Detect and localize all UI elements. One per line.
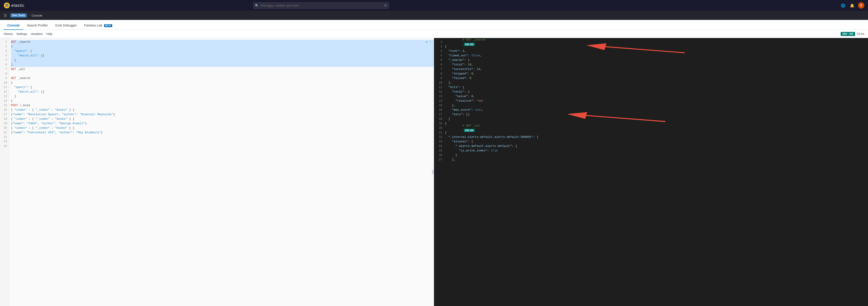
output-line-26: 26 } — [434, 153, 868, 157]
nav-right: 🌐 🔔 E — [840, 2, 864, 9]
editor-panel: 123456 789101112 131415161718 1920212223… — [0, 38, 434, 306]
output-line-10: 10 }, — [434, 81, 868, 85]
code-line-17: {"name": "Revelation Space", "author": "… — [11, 112, 434, 117]
code-line-6: } — [11, 62, 434, 67]
svg-point-3 — [5, 4, 7, 7]
variables-button[interactable]: Variables — [31, 31, 42, 36]
output-line-7: 7 "successful": 14, — [434, 67, 868, 71]
code-line-10: { — [11, 81, 434, 85]
search-icon: 🔍 — [255, 4, 259, 7]
output-line-21: 21 { — [434, 130, 868, 135]
code-line-20: { "index" : { "_index" : "books" } } — [11, 126, 434, 130]
code-line-3: "query": { — [11, 49, 434, 53]
output-line-9: 9 "failed": 0 — [434, 76, 868, 81]
output-line-3: 3 "took": 4, — [434, 49, 868, 53]
tab-console[interactable]: Console — [4, 21, 23, 30]
status-area: 200 - OK 52 ms — [841, 32, 864, 36]
code-line-2: { — [11, 44, 434, 49]
more-icon[interactable]: ⋮ — [429, 40, 432, 44]
code-line-23 — [11, 140, 434, 144]
top-nav: elastic 🔍 ⌘/ 🌐 🔔 E — [0, 0, 868, 11]
search-kbd: ⌘/ — [384, 4, 387, 7]
status-code-badge: 200 - OK — [841, 32, 855, 36]
logo-text: elastic — [11, 3, 25, 8]
elastic-logo[interactable]: elastic — [4, 2, 25, 9]
code-line-16: { "index" : { "_index" : "books" } } — [11, 108, 434, 112]
output-line-22: 22 ".internal.alerts-default.alerts-defa… — [434, 135, 868, 140]
code-line-13: } — [11, 94, 434, 99]
gutter-icons: ▷ ⋮ — [426, 40, 432, 44]
tab-painless-lab[interactable]: Painless Lab BETA — [81, 21, 116, 30]
run-icon[interactable]: ▷ — [426, 40, 428, 44]
beta-badge: BETA — [104, 24, 112, 27]
resize-handle[interactable]: ⋮ — [432, 170, 434, 174]
output-line-12: 12 "total": { — [434, 90, 868, 94]
output-line-1: 1 # GET _search 200 OK — [434, 40, 868, 44]
output-content: 1 # GET _search 200 OK 2 { 3 "took": 4, … — [434, 38, 868, 306]
tab-search-profiler[interactable]: Search Profiler — [23, 21, 52, 30]
global-search: 🔍 ⌘/ — [253, 2, 389, 9]
code-line-11: "query": { — [11, 85, 434, 90]
output-line-8: 8 "skipped": 0, — [434, 71, 868, 76]
globe-icon[interactable]: 🌐 — [840, 2, 846, 9]
code-line-9: GET _search — [11, 76, 434, 81]
line-numbers: 123456 789101112 131415161718 1920212223… — [0, 38, 9, 306]
history-button[interactable]: History — [4, 31, 13, 36]
output-line-11: 11 "hits": { — [434, 85, 868, 90]
output-line-4: 4 "timed_out": false, — [434, 53, 868, 58]
code-line-24 — [11, 144, 434, 149]
code-line-5: } — [11, 58, 434, 62]
code-line-12: "match_all": {} — [11, 90, 434, 94]
output-line-23: 23 "aliases": { — [434, 140, 868, 144]
output-line-2: 2 { — [434, 44, 868, 49]
output-line-25: 25 "is_write_index": true — [434, 149, 868, 153]
output-line-5: 5 "_shards": { — [434, 58, 868, 62]
svg-point-4 — [7, 4, 8, 7]
breadcrumb-section[interactable]: Dev Tools — [10, 13, 27, 18]
avatar[interactable]: E — [858, 2, 864, 9]
output-line-15: 15 }, — [434, 103, 868, 108]
breadcrumb-separator: › — [29, 13, 30, 17]
main-area: 123456 789101112 131415161718 1920212223… — [0, 38, 868, 306]
code-line-21: {"name": "Fahrenheit 451", "author": "Ra… — [11, 130, 434, 135]
output-line-27: 27 }, — [434, 157, 868, 162]
global-search-input[interactable] — [253, 2, 389, 9]
code-editor[interactable]: GET _search { "query": { "match_all": {}… — [9, 38, 434, 306]
code-line-4: "match_all": {} — [11, 53, 434, 58]
code-line-19: {"name": "1984", "author": "George Orwel… — [11, 121, 434, 126]
response-time: 52 ms — [857, 32, 864, 35]
output-line-13: 13 "value": 0, — [434, 94, 868, 99]
code-line-15: POST /_bulk — [11, 103, 434, 108]
code-line-18: { "index" : { "_index" : "books" } } — [11, 117, 434, 121]
output-line-16: 16 "max_score": null, — [434, 108, 868, 112]
output-line-24: 24 ".alerts-default.alerts-default": { — [434, 144, 868, 149]
output-line-17: 17 "hits": [] — [434, 112, 868, 117]
output-line-14: 14 "relation": "eq" — [434, 99, 868, 103]
tab-grok-debugger[interactable]: Grok Debugger — [52, 21, 81, 30]
breadcrumb-bar: ☰ Dev Tools › Console — [0, 11, 868, 20]
tab-bar: Console Search Profiler Grok Debugger Pa… — [0, 20, 868, 30]
code-line-7: GET _all — [11, 67, 434, 71]
bell-icon[interactable]: 🔔 — [849, 2, 855, 9]
output-line-20: 20 # GET _all 200 OK — [434, 126, 868, 130]
code-line-14: } — [11, 99, 434, 103]
breadcrumb-current: Console — [31, 14, 42, 17]
output-panel: 1 # GET _search 200 OK 2 { 3 "took": 4, … — [434, 38, 868, 306]
code-line-1: GET _search — [11, 40, 434, 44]
hamburger-icon[interactable]: ☰ — [4, 13, 7, 18]
code-line-22 — [11, 135, 434, 140]
toolbar: History Settings Variables Help 200 - OK… — [0, 30, 868, 38]
editor-content[interactable]: 123456 789101112 131415161718 1920212223… — [0, 38, 434, 306]
settings-button[interactable]: Settings — [16, 31, 27, 36]
code-line-8 — [11, 71, 434, 76]
help-button[interactable]: Help — [46, 31, 53, 36]
output-line-6: 6 "total": 14, — [434, 62, 868, 67]
